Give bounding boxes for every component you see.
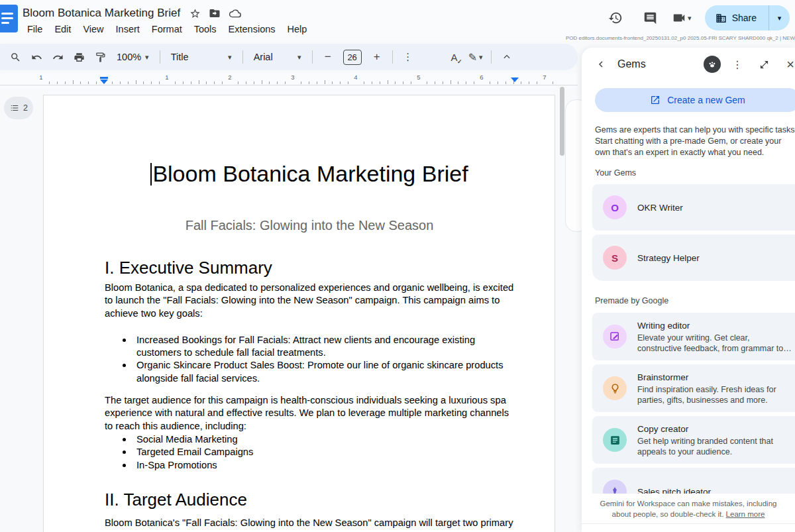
menu-item[interactable]: Format [146, 23, 188, 36]
google-docs-logo-icon[interactable] [0, 5, 18, 32]
gemini-disclaimer-footer: Gemini for Workspace can make mistakes, … [582, 494, 795, 532]
gem-list-item[interactable]: O OKR Writer [592, 184, 795, 231]
gem-description: Get help writing branded content that ap… [637, 436, 794, 458]
spelling-check-button[interactable]: A✓ [445, 47, 464, 67]
doc-paragraph: The target audience for this campaign is… [105, 394, 514, 433]
menu-item[interactable]: Insert [110, 23, 146, 36]
increase-font-size-button[interactable]: + [367, 47, 387, 67]
chevron-down-icon: ▾ [778, 14, 782, 23]
gems-side-panel: Gems ⋮ × Create a new Gem Gems are exper… [582, 48, 795, 532]
zoom-select[interactable]: 100% ▾ [111, 47, 154, 67]
doc-heading-target-audience: II. Target Audience [105, 489, 514, 511]
chevron-down-icon: ▾ [228, 53, 232, 62]
chevron-down-icon: ▾ [688, 14, 692, 23]
move-folder-icon[interactable] [209, 7, 221, 19]
paint-format-button[interactable] [90, 47, 110, 67]
gem-avatar: O [603, 195, 627, 219]
gem-list-item[interactable]: Writing editor Elevate your writing. Get… [592, 313, 795, 360]
pen-icon: ✎ [468, 51, 477, 64]
menu-bar: File Edit View Insert Format Tools Exten… [21, 23, 313, 36]
menu-item[interactable]: Help [282, 23, 313, 36]
paint-roller-icon [95, 52, 106, 63]
undo-button[interactable] [26, 47, 46, 67]
doc-subtitle-line: Fall Facials: Glowing into the New Seaso… [105, 218, 514, 233]
undo-icon [31, 52, 42, 63]
gems-description: Gems are experts that can help you with … [595, 125, 795, 158]
video-camera-icon [672, 11, 686, 25]
document-canvas: 2 Bloom Botanica Marketing Brief Fall Fa… [0, 85, 582, 532]
search-menus-button[interactable] [5, 47, 25, 67]
doc-bullet-item: In-Spa Promotions [136, 459, 514, 472]
pen-square-icon [609, 331, 621, 343]
document-outline-toggle[interactable]: 2 [4, 97, 33, 119]
editing-mode-button[interactable]: ✎ ▾ [466, 47, 486, 67]
doc-bullet-item: Targeted Email Campaigns [136, 446, 514, 458]
decrease-font-size-button[interactable]: − [318, 47, 338, 67]
back-button[interactable] [591, 54, 611, 74]
gem-name: OKR Writer [637, 203, 683, 213]
doc-bullet-list: Social Media MarketingTargeted Email Cam… [105, 433, 514, 472]
gem-list-item[interactable]: Brainstormer Find inspiration easily. Fr… [592, 364, 795, 412]
premade-gems-list: Writing editor Elevate your writing. Get… [592, 313, 795, 515]
print-button[interactable] [69, 47, 89, 67]
user-avatar[interactable] [704, 56, 721, 73]
ruler-number: 2 [228, 74, 231, 81]
menu-item[interactable]: Tools [188, 23, 223, 36]
document-page[interactable]: Bloom Botanica Marketing Brief Fall Faci… [43, 95, 555, 532]
gem-name: Writing editor [637, 321, 690, 331]
meet-presentation-button[interactable]: ▾ [672, 11, 692, 25]
more-options-button[interactable]: ⋮ [398, 47, 418, 67]
your-gems-list: O OKR Writer S Strategy Helper [592, 184, 795, 281]
toolbar: 100% ▾ Title ▾ Arial ▾ − 26 + ⋮ A✓ ✎ ▾ [0, 44, 578, 70]
doc-bullet-list: Increased Bookings for Fall Facials: Att… [105, 334, 514, 385]
close-panel-button[interactable]: × [780, 54, 795, 74]
gem-name: Strategy Helper [637, 253, 700, 263]
gem-list-item[interactable]: S Strategy Helper [592, 235, 795, 281]
hide-menus-button[interactable] [497, 47, 517, 67]
menu-item[interactable]: View [77, 23, 109, 36]
gem-avatar [603, 428, 627, 452]
search-icon [10, 52, 21, 63]
version-history-icon[interactable] [603, 5, 628, 30]
panel-more-options-button[interactable]: ⋮ [727, 54, 747, 74]
create-new-gem-button[interactable]: Create a new Gem [595, 88, 795, 112]
menu-item[interactable]: File [21, 23, 48, 36]
menu-item[interactable]: Extensions [223, 23, 282, 36]
organization-icon [716, 13, 727, 24]
comments-icon[interactable] [637, 5, 662, 30]
cloud-saved-icon[interactable] [229, 7, 241, 20]
document-scrollbar[interactable] [560, 87, 564, 156]
menu-item[interactable]: Edit [48, 23, 77, 36]
gem-avatar: S [603, 246, 627, 270]
ruler-number: 7 [543, 74, 546, 81]
star-icon[interactable] [189, 8, 201, 19]
ruler-number: 3 [291, 74, 294, 81]
ruler-number: 6 [480, 74, 483, 81]
ruler-number: 1 [165, 74, 168, 81]
learn-more-link[interactable]: Learn more [726, 510, 765, 518]
ruler-number: 1 [39, 74, 42, 81]
share-button[interactable]: Share [705, 5, 768, 30]
open-in-full-icon [759, 60, 769, 70]
chevron-left-icon [596, 59, 606, 70]
app-header: Bloom Botanica Marketing Brief File Edit… [0, 0, 795, 41]
gem-list-item[interactable]: Copy creator Get help writing branded co… [592, 416, 795, 464]
expand-panel-button[interactable] [754, 54, 774, 74]
left-indent-marker[interactable] [100, 80, 108, 84]
paragraph-style-select[interactable]: Title ▾ [166, 47, 237, 67]
gem-name: Brainstormer [637, 372, 688, 382]
your-gems-label: Your Gems [595, 168, 636, 178]
gem-name: Copy creator [637, 424, 688, 434]
right-indent-marker[interactable] [511, 78, 519, 82]
paw-icon [707, 59, 717, 70]
doc-title-line: Bloom Botanica Marketing Brief [105, 159, 514, 188]
redo-button[interactable] [48, 47, 68, 67]
gem-avatar [603, 376, 627, 400]
ruler-number: 4 [354, 74, 357, 81]
share-button-label: Share [732, 13, 757, 23]
document-title[interactable]: Bloom Botanica Marketing Brief [23, 7, 180, 20]
font-family-select[interactable]: Arial ▾ [248, 47, 307, 67]
font-size-input[interactable]: 26 [343, 50, 362, 65]
share-dropdown-button[interactable]: ▾ [768, 5, 790, 30]
doc-paragraph: Bloom Botanica's "Fall Facials: Glowing … [105, 517, 514, 529]
